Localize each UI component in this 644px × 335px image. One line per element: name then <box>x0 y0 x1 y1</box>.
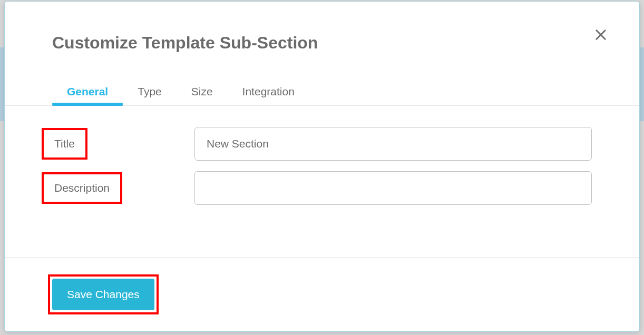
modal-title: Customize Template Sub-Section <box>52 33 592 53</box>
save-changes-button[interactable]: Save Changes <box>52 279 154 310</box>
title-row: Title <box>42 127 592 161</box>
title-label-highlight: Title <box>42 128 87 160</box>
description-input[interactable] <box>194 171 592 205</box>
description-label-highlight: Description <box>42 172 122 204</box>
title-label-wrap: Title <box>42 128 194 160</box>
description-label-wrap: Description <box>42 172 194 204</box>
tab-integration[interactable]: Integration <box>228 79 309 105</box>
tab-general[interactable]: General <box>52 79 123 105</box>
tab-type[interactable]: Type <box>123 79 177 105</box>
title-input[interactable] <box>194 127 592 161</box>
save-button-highlight: Save Changes <box>48 274 159 314</box>
modal-header: Customize Template Sub-Section <box>5 2 639 63</box>
title-label: Title <box>54 137 75 150</box>
modal-footer: Save Changes <box>5 257 639 331</box>
tab-size[interactable]: Size <box>177 79 228 105</box>
close-icon <box>593 27 608 42</box>
close-button[interactable] <box>591 25 610 44</box>
description-label: Description <box>54 182 110 194</box>
form-body: Title Description <box>5 106 639 257</box>
tabs: General Type Size Integration <box>5 79 639 106</box>
customize-template-modal: Customize Template Sub-Section General T… <box>4 1 640 332</box>
description-row: Description <box>42 171 592 205</box>
